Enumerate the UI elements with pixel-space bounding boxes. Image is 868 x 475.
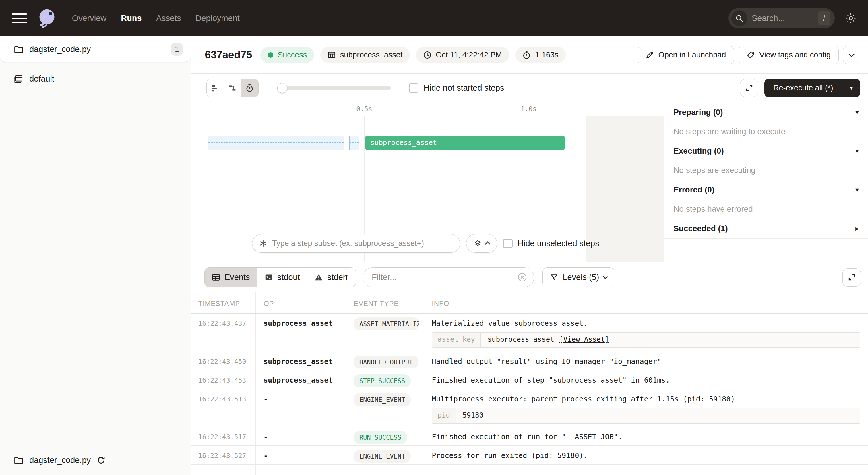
expand-icon	[745, 84, 753, 92]
log-view-tabs: Events stdout stderr	[205, 267, 356, 287]
step-status-panel: Preparing (0)▾ No steps are waiting to e…	[663, 102, 868, 262]
graph-query-toggle-button[interactable]	[466, 234, 497, 253]
op-cell: subprocess_asset	[256, 314, 347, 352]
search-input[interactable]	[747, 13, 818, 23]
re-execute-all-button[interactable]: Re-execute all (*) ▾	[764, 79, 860, 98]
job-count-badge: 1	[171, 42, 183, 56]
folder-icon	[14, 455, 23, 465]
hide-unselected-checkbox[interactable]	[503, 239, 513, 248]
hide-not-started-checkbox[interactable]	[409, 83, 418, 93]
log-filter-input[interactable]	[371, 272, 517, 283]
run-id: 637aed75	[205, 49, 252, 61]
terminal-icon	[265, 273, 273, 281]
re-execute-dropdown-caret[interactable]: ▾	[842, 79, 860, 98]
clear-filter-icon[interactable]	[517, 272, 527, 282]
events-table-header: TIMESTAMP OP EVENT TYPE INFO	[191, 292, 868, 313]
axis-tick-1-0s: 1.0s	[521, 105, 537, 113]
view-tags-config-button[interactable]: View tags and config	[739, 46, 839, 65]
step-subset-input[interactable]	[268, 239, 453, 248]
metadata-table: asset_key subprocess_asset[View Asset]	[432, 332, 860, 348]
metadata-value: 59180	[463, 411, 484, 421]
search-icon	[732, 10, 747, 26]
step-waiting-tick	[349, 136, 360, 150]
nav-item-deployment[interactable]: Deployment	[195, 13, 240, 23]
timestamp-cell: 16:22:43.453	[191, 370, 256, 389]
tab-events[interactable]: Events	[205, 268, 257, 287]
nav-item-overview[interactable]: Overview	[72, 13, 106, 23]
panel-section-executing[interactable]: Executing (0)▾	[664, 141, 868, 161]
info-cell: Finished execution of step "subprocess_a…	[424, 370, 868, 389]
run-header-more-button[interactable]	[843, 46, 860, 65]
gantt-zoom-slider[interactable]	[277, 79, 391, 98]
nav-item-runs[interactable]: Runs	[121, 13, 142, 23]
footer-code-location-name: dagster_code.py	[29, 455, 91, 465]
view-mode-timed-button[interactable]	[241, 79, 258, 97]
gantt-chart: 0.5s 1.0s subprocess_asset	[191, 102, 663, 262]
slider-track[interactable]	[277, 86, 391, 90]
col-header-info: INFO	[424, 292, 868, 313]
gantt-fullscreen-button[interactable]	[740, 79, 758, 97]
funnel-icon	[550, 273, 558, 281]
view-mode-waterfall-button[interactable]	[224, 79, 241, 97]
panel-section-errored[interactable]: Errored (0)▾	[664, 180, 868, 200]
run-start-time-pill: Oct 11, 4:22:42 PM	[416, 47, 509, 63]
event-type-cell: RUN_SUCCESS	[347, 427, 424, 446]
global-search[interactable]: /	[728, 8, 835, 28]
flat-list-icon	[211, 84, 219, 92]
op-cell: -	[256, 389, 347, 427]
hide-not-started-checkbox-row[interactable]: Hide not started steps	[409, 83, 504, 93]
events-table: TIMESTAMP OP EVENT TYPE INFO 16:22:43.43…	[191, 292, 868, 475]
event-row: 16:22:43.517 - RUN_SUCCESS Finished exec…	[191, 427, 868, 446]
chevron-down-icon	[849, 51, 855, 57]
settings-gear-icon[interactable]	[845, 12, 857, 24]
tab-stderr[interactable]: stderr	[307, 268, 355, 287]
dagster-logo-icon[interactable]	[35, 7, 59, 30]
levels-filter-button[interactable]: Levels (5)	[542, 267, 614, 287]
op-cell: -	[256, 446, 347, 464]
event-type-cell	[347, 465, 424, 475]
op-cell	[256, 465, 347, 475]
logs-toolbar: Events stdout stderr Levels (5)	[191, 263, 868, 292]
caret-down-icon: ▾	[856, 186, 859, 193]
chevron-up-icon	[485, 241, 491, 247]
log-filter-pill[interactable]	[363, 267, 534, 287]
event-row: 16:22:43.437 subprocess_asset ASSET_MATE…	[191, 314, 868, 352]
event-row	[191, 465, 868, 475]
event-row: 16:22:43.453 subprocess_asset STEP_SUCCE…	[191, 370, 868, 389]
slider-knob[interactable]	[277, 83, 287, 93]
hamburger-menu-icon[interactable]	[12, 13, 26, 23]
info-cell	[424, 465, 868, 475]
re-execute-label[interactable]: Re-execute all (*)	[764, 79, 842, 98]
logs-fullscreen-button[interactable]	[842, 268, 861, 287]
metadata-key: pid	[432, 408, 456, 423]
col-header-op: OP	[256, 292, 347, 313]
info-cell: Multiprocess executor: parent process ex…	[424, 389, 868, 427]
view-asset-link[interactable]: [View Asset]	[559, 335, 609, 345]
layers-icon	[474, 239, 482, 247]
gantt-view-mode-group	[206, 79, 258, 98]
view-mode-flat-button[interactable]	[207, 79, 224, 97]
reload-icon[interactable]	[97, 456, 105, 465]
gantt-step-bar[interactable]: subprocess_asset	[365, 136, 565, 150]
info-cell: Process for run exited (pid: 59180).	[424, 446, 868, 464]
code-location-header[interactable]: dagster_code.py 1	[0, 36, 191, 62]
tab-stdout[interactable]: stdout	[257, 268, 307, 287]
step-subset-pill[interactable]	[252, 234, 460, 253]
folder-icon	[14, 44, 23, 54]
panel-section-succeeded[interactable]: Succeeded (1)▸	[664, 219, 868, 239]
run-target-pill[interactable]: subprocess_asset	[320, 47, 410, 63]
open-in-launchpad-button[interactable]: Open in Launchpad	[638, 46, 734, 65]
nav-item-assets[interactable]: Assets	[156, 13, 181, 23]
panel-section-preparing[interactable]: Preparing (0)▾	[664, 102, 868, 122]
sidebar-item-default-job[interactable]: default	[0, 70, 191, 88]
axis-tick-0-5s: 0.5s	[356, 105, 372, 113]
caret-right-icon: ▸	[856, 225, 859, 232]
waterfall-icon	[228, 84, 237, 92]
gantt-section: 0.5s 1.0s subprocess_asset	[191, 102, 868, 263]
info-cell: Handled output "result" using IO manager…	[424, 352, 868, 370]
event-type-badge: ENGINE_EVENT	[353, 393, 411, 406]
stopwatch-icon	[522, 51, 531, 59]
hide-unselected-checkbox-row[interactable]: Hide unselected steps	[503, 239, 599, 248]
status-dot-icon	[268, 52, 273, 58]
op-selector-icon	[259, 239, 268, 248]
